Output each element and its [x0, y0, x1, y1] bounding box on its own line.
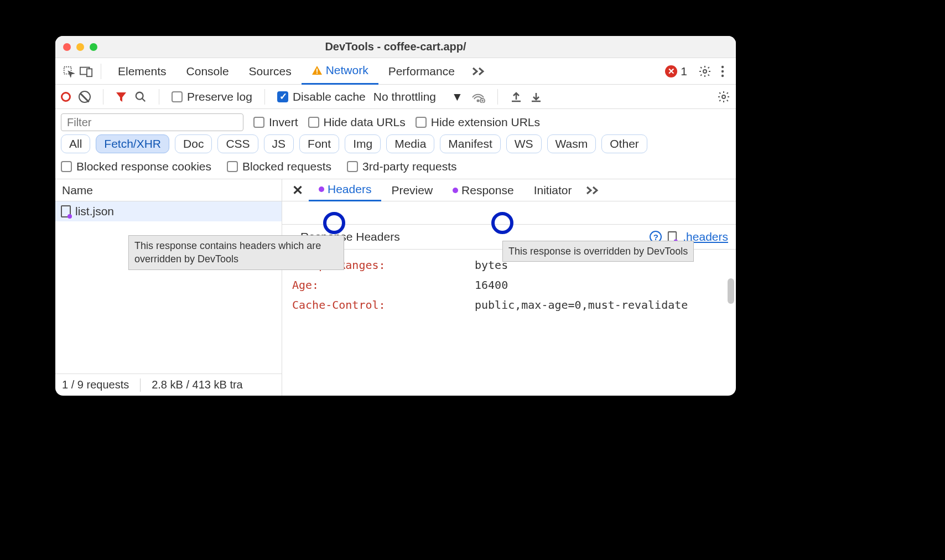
upload-har-icon[interactable] [510, 91, 522, 103]
header-row: Age:16400 [292, 275, 726, 295]
request-type-chips: AllFetch/XHRDocCSSJSFontImgMediaManifest… [55, 132, 736, 158]
record-button[interactable] [61, 92, 71, 102]
chip-all[interactable]: All [61, 134, 90, 153]
tab-performance[interactable]: Performance [378, 58, 465, 85]
header-value: public,max-age=0,must-revalidate [475, 295, 720, 315]
filter-icon[interactable] [116, 91, 127, 102]
more-menu-icon[interactable] [715, 64, 730, 79]
request-detail-pane: ✕ HeadersPreviewResponseInitiator ▼ Resp… [282, 179, 736, 396]
throttling-select[interactable]: No throttling ▼ [373, 90, 463, 103]
chip-other[interactable]: Other [601, 134, 647, 153]
divider [497, 89, 498, 105]
tab-console[interactable]: Console [176, 58, 239, 85]
chevron-down-icon: ▼ [451, 90, 463, 103]
network-toolbar: Preserve log Disable cache No throttling… [55, 85, 736, 109]
chip-img[interactable]: Img [345, 134, 381, 153]
chip-wasm[interactable]: Wasm [547, 134, 596, 153]
blocked-requests-checkbox[interactable]: Blocked requests [227, 160, 331, 173]
header-value: 16400 [475, 275, 720, 295]
detail-tab-headers[interactable]: Headers [309, 179, 381, 201]
preserve-log-checkbox[interactable]: Preserve log [172, 90, 252, 103]
chip-fetchxhr[interactable]: Fetch/XHR [96, 134, 169, 153]
status-bar: 1 / 9 requests 2.8 kB / 413 kB tra [55, 374, 282, 396]
chip-doc[interactable]: Doc [175, 134, 212, 153]
detail-tab-initiator[interactable]: Initiator [524, 179, 582, 201]
header-key: Cache-Control: [292, 295, 475, 315]
detail-tab-response[interactable]: Response [443, 179, 524, 201]
titlebar: DevTools - coffee-cart.app/ [55, 36, 736, 58]
request-row[interactable]: list.json [55, 201, 282, 221]
inspect-element-icon[interactable] [61, 64, 76, 79]
error-count[interactable]: ✕ 1 [665, 65, 687, 78]
divider [159, 89, 159, 105]
header-row: Cache-Control:public,max-age=0,must-reva… [292, 295, 726, 315]
filter-bar: Invert Hide data URLs Hide extension URL… [55, 109, 736, 132]
window-title: DevTools - coffee-cart.app/ [55, 40, 736, 53]
scrollbar-thumb[interactable] [728, 278, 734, 304]
warning-icon [311, 65, 323, 75]
request-count: 1 / 9 requests [62, 378, 129, 391]
more-tabs-button[interactable] [467, 58, 490, 85]
device-toolbar-icon[interactable] [79, 64, 94, 79]
chip-font[interactable]: Font [299, 134, 339, 153]
response-tooltip: This response is overridden by DevTools [502, 241, 694, 262]
name-column-header[interactable]: Name [55, 179, 282, 201]
header-key: Age: [292, 275, 475, 295]
headers-tooltip: This response contains headers which are… [128, 235, 344, 270]
disable-cache-checkbox[interactable]: Disable cache [277, 90, 366, 103]
divider [101, 64, 101, 79]
divider [264, 89, 265, 105]
main-split: Name list.json 1 / 9 requests 2.8 kB / 4… [55, 179, 736, 396]
svg-point-10 [477, 100, 479, 101]
hide-data-urls-checkbox[interactable]: Hide data URLs [308, 116, 406, 129]
main-tab-bar: ElementsConsoleSourcesNetworkPerformance… [55, 58, 736, 85]
request-name: list.json [75, 205, 114, 218]
close-detail-button[interactable]: ✕ [287, 183, 309, 198]
tab-network[interactable]: Network [302, 58, 378, 85]
more-detail-tabs-button[interactable] [582, 179, 603, 201]
divider [103, 89, 103, 105]
filter-input[interactable] [61, 113, 243, 131]
network-conditions-icon[interactable] [471, 91, 485, 103]
third-party-checkbox[interactable]: 3rd-party requests [347, 160, 456, 173]
file-icon [61, 205, 71, 217]
chip-media[interactable]: Media [386, 134, 434, 153]
network-settings-icon[interactable] [717, 90, 730, 103]
blocked-filter-row: Blocked response cookies Blocked request… [55, 158, 736, 179]
chip-manifest[interactable]: Manifest [440, 134, 500, 153]
svg-rect-2 [87, 69, 92, 76]
chip-ws[interactable]: WS [506, 134, 542, 153]
svg-point-12 [722, 95, 725, 98]
svg-rect-3 [316, 69, 318, 72]
request-list-pane: Name list.json 1 / 9 requests 2.8 kB / 4… [55, 179, 282, 396]
override-indicator-icon [319, 186, 324, 192]
svg-point-5 [703, 70, 707, 73]
override-indicator-icon [453, 188, 458, 193]
detail-tabs: ✕ HeadersPreviewResponseInitiator [282, 179, 736, 201]
search-icon[interactable] [134, 91, 147, 103]
svg-rect-4 [316, 72, 318, 74]
svg-point-6 [721, 65, 724, 68]
svg-point-7 [721, 70, 724, 72]
detail-tab-preview[interactable]: Preview [381, 179, 443, 201]
settings-icon[interactable] [697, 64, 713, 79]
tab-sources[interactable]: Sources [239, 58, 302, 85]
download-har-icon[interactable] [530, 91, 542, 103]
tab-elements[interactable]: Elements [108, 58, 176, 85]
clear-button[interactable] [79, 91, 91, 103]
invert-checkbox[interactable]: Invert [253, 116, 298, 129]
blocked-cookies-checkbox[interactable]: Blocked response cookies [61, 160, 211, 173]
transfer-size: 2.8 kB / 413 kB tra [152, 378, 243, 391]
error-count-value: 1 [681, 65, 687, 78]
error-icon: ✕ [665, 65, 677, 77]
hide-extension-urls-checkbox[interactable]: Hide extension URLs [416, 116, 540, 129]
chip-js[interactable]: JS [264, 134, 294, 153]
chip-css[interactable]: CSS [217, 134, 258, 153]
devtools-window: DevTools - coffee-cart.app/ ElementsCons… [55, 36, 736, 396]
svg-point-9 [136, 92, 143, 99]
svg-point-8 [721, 74, 724, 76]
